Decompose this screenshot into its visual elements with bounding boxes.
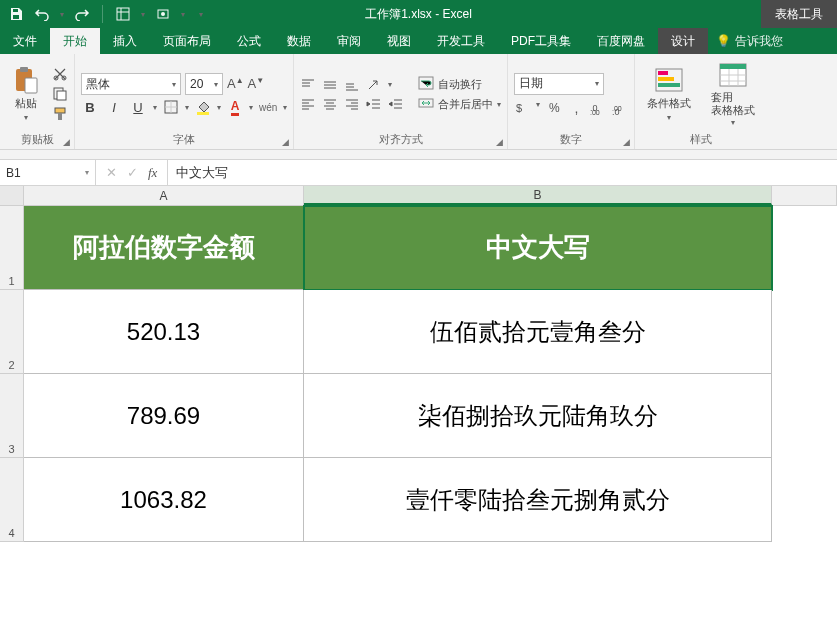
tab-review[interactable]: 审阅 <box>324 28 374 54</box>
svg-rect-15 <box>197 112 209 115</box>
qat-extra1-dd-icon[interactable]: ▾ <box>141 10 145 19</box>
tab-page-layout[interactable]: 页面布局 <box>150 28 224 54</box>
row-header-4[interactable]: 4 <box>0 458 24 542</box>
qat-customize-icon[interactable]: ▾ <box>199 10 203 19</box>
cancel-icon[interactable]: ✕ <box>106 165 117 180</box>
clipboard-launcher-icon[interactable]: ◢ <box>63 137 70 147</box>
row-header-2[interactable]: 2 <box>0 290 24 374</box>
fill-color-icon[interactable] <box>195 99 211 115</box>
row-header-1[interactable]: 1 <box>0 206 24 290</box>
redo-icon[interactable] <box>74 6 90 22</box>
tab-file[interactable]: 文件 <box>0 28 50 54</box>
name-box[interactable]: B1 ▾ <box>0 160 96 185</box>
svg-rect-0 <box>13 9 18 12</box>
undo-icon[interactable] <box>34 6 50 22</box>
col-header-rest[interactable] <box>772 186 837 205</box>
svg-rect-1 <box>13 15 19 19</box>
increase-decimal-icon[interactable]: .0.00 <box>590 100 606 116</box>
group-styles-label: 样式 <box>690 132 712 147</box>
qat-extra2-dd-icon[interactable]: ▾ <box>181 10 185 19</box>
italic-button[interactable]: I <box>105 100 123 115</box>
cell-A4[interactable]: 1063.82 <box>24 458 304 542</box>
indent-dec-icon[interactable] <box>366 97 382 111</box>
cell-A3[interactable]: 789.69 <box>24 374 304 458</box>
qat-extra2-icon[interactable] <box>155 6 171 22</box>
indent-inc-icon[interactable] <box>388 97 404 111</box>
tab-pdf[interactable]: PDF工具集 <box>498 28 584 54</box>
font-launcher-icon[interactable]: ◢ <box>282 137 289 147</box>
quick-access-toolbar: ▾ ▾ ▾ ▾ <box>0 5 211 23</box>
cut-icon[interactable] <box>52 66 68 82</box>
font-color-icon[interactable]: A <box>227 99 243 115</box>
save-icon[interactable] <box>8 6 24 22</box>
accounting-icon[interactable]: $ <box>514 100 530 116</box>
tell-me-label: 告诉我您 <box>735 33 783 50</box>
wrap-label: 自动换行 <box>438 77 482 92</box>
decrease-decimal-icon[interactable]: .00.0 <box>612 100 628 116</box>
svg-rect-25 <box>658 77 674 81</box>
align-left-icon[interactable] <box>300 97 316 111</box>
tab-design[interactable]: 设计 <box>658 28 708 54</box>
select-all-corner[interactable] <box>0 186 24 205</box>
wrap-text-button[interactable]: 自动换行 <box>418 76 501 92</box>
svg-rect-13 <box>58 113 62 120</box>
align-middle-icon[interactable] <box>322 78 338 92</box>
enter-icon[interactable]: ✓ <box>127 165 138 180</box>
tab-data[interactable]: 数据 <box>274 28 324 54</box>
group-font-label: 字体 <box>173 132 195 147</box>
orientation-icon[interactable] <box>366 78 382 92</box>
row-header-3[interactable]: 3 <box>0 374 24 458</box>
align-bottom-icon[interactable] <box>344 78 360 92</box>
cell-A1[interactable]: 阿拉伯数字金额 <box>24 206 304 290</box>
worksheet-grid: A B 1 2 3 4 阿拉伯数字金额 中文大写 520.13 伍佰贰拾元壹角叁… <box>0 186 837 542</box>
svg-rect-6 <box>20 67 28 72</box>
borders-icon[interactable] <box>163 99 179 115</box>
cell-B2[interactable]: 伍佰贰拾元壹角叁分 <box>304 290 772 374</box>
format-painter-icon[interactable] <box>52 106 68 122</box>
tab-home[interactable]: 开始 <box>50 28 100 54</box>
alignment-launcher-icon[interactable]: ◢ <box>496 137 503 147</box>
cell-B1[interactable]: 中文大写 <box>304 206 772 290</box>
align-center-icon[interactable] <box>322 97 338 111</box>
paste-button[interactable]: 粘贴 ▾ <box>6 64 46 124</box>
contextual-tool-label: 表格工具 <box>761 0 837 28</box>
name-box-dd-icon[interactable]: ▾ <box>85 168 89 177</box>
tab-view[interactable]: 视图 <box>374 28 424 54</box>
undo-dropdown-icon[interactable]: ▾ <box>60 10 64 19</box>
number-format-value: 日期 <box>519 75 543 92</box>
cell-B3[interactable]: 柒佰捌拾玖元陆角玖分 <box>304 374 772 458</box>
formula-bar: B1 ▾ ✕ ✓ fx 中文大写 <box>0 160 837 186</box>
percent-icon[interactable]: % <box>546 100 562 116</box>
cell-A2[interactable]: 520.13 <box>24 290 304 374</box>
cell-B4[interactable]: 壹仟零陆拾叁元捌角贰分 <box>304 458 772 542</box>
table-format-button[interactable]: 套用 表格格式 ▾ <box>705 59 761 128</box>
tab-developer[interactable]: 开发工具 <box>424 28 498 54</box>
cond-format-icon <box>655 66 683 94</box>
col-header-B[interactable]: B <box>304 186 772 205</box>
align-top-icon[interactable] <box>300 78 316 92</box>
number-format-combo[interactable]: 日期▾ <box>514 73 604 95</box>
bold-button[interactable]: B <box>81 100 99 115</box>
fx-icon[interactable]: fx <box>148 165 157 181</box>
tab-formulas[interactable]: 公式 <box>224 28 274 54</box>
font-name-combo[interactable]: 黑体▾ <box>81 73 181 95</box>
number-launcher-icon[interactable]: ◢ <box>623 137 630 147</box>
copy-icon[interactable] <box>52 86 68 102</box>
decrease-font-icon[interactable]: A▼ <box>248 76 265 91</box>
tab-insert[interactable]: 插入 <box>100 28 150 54</box>
formula-input[interactable]: 中文大写 <box>168 160 837 185</box>
comma-icon[interactable]: , <box>568 100 584 116</box>
tab-baidu[interactable]: 百度网盘 <box>584 28 658 54</box>
merge-center-button[interactable]: 合并后居中 ▾ <box>418 96 501 112</box>
tell-me-search[interactable]: 💡 告诉我您 <box>716 28 783 54</box>
qat-extra1-icon[interactable] <box>115 6 131 22</box>
col-header-A[interactable]: A <box>24 186 304 205</box>
align-right-icon[interactable] <box>344 97 360 111</box>
conditional-format-button[interactable]: 条件格式 ▾ <box>641 64 697 124</box>
underline-button[interactable]: U <box>129 100 147 115</box>
group-clipboard: 粘贴 ▾ 剪贴板◢ <box>0 54 75 149</box>
phonetic-icon[interactable]: wén <box>259 102 277 113</box>
increase-font-icon[interactable]: A▲ <box>227 76 244 91</box>
table-format-label: 套用 表格格式 <box>711 91 755 115</box>
font-size-combo[interactable]: 20▾ <box>185 73 223 95</box>
